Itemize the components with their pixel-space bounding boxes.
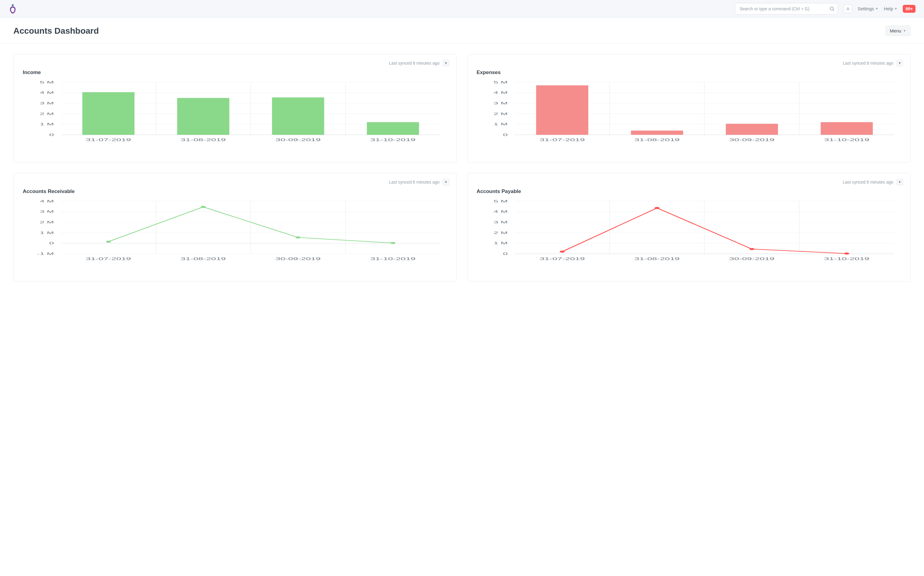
card-title: Income xyxy=(23,69,447,75)
svg-text:31-08-2019: 31-08-2019 xyxy=(634,138,680,142)
svg-text:1 M: 1 M xyxy=(40,122,54,126)
svg-point-68 xyxy=(201,206,205,208)
svg-text:31-08-2019: 31-08-2019 xyxy=(181,257,226,261)
sync-status: Last synced 8 minutes ago xyxy=(389,61,440,66)
svg-rect-22 xyxy=(367,122,419,135)
svg-point-92 xyxy=(655,207,659,209)
svg-rect-46 xyxy=(821,122,873,135)
caret-down-icon: ▼ xyxy=(898,62,901,65)
svg-point-69 xyxy=(296,237,301,238)
dashboard-grid: Last synced 8 minutes ago ▼ Income 01 M2… xyxy=(0,44,924,292)
dashboard-menu-button[interactable]: Menu ▼ xyxy=(886,26,911,36)
settings-menu[interactable]: Settings ▼ xyxy=(858,6,878,11)
svg-line-2 xyxy=(833,10,834,11)
svg-point-67 xyxy=(106,241,111,243)
chart-accounts-receivable: -1 M01 M2 M3 M4 M31-07-201931-08-201930-… xyxy=(23,199,447,263)
top-navbar: A Settings ▼ Help ▼ 99+ xyxy=(0,0,924,18)
svg-point-70 xyxy=(390,242,395,244)
svg-text:1 M: 1 M xyxy=(493,241,508,245)
svg-text:5 M: 5 M xyxy=(493,80,508,84)
help-menu[interactable]: Help ▼ xyxy=(884,6,897,11)
svg-text:31-07-2019: 31-07-2019 xyxy=(86,138,131,142)
card-expenses: Last synced 8 minutes ago ▼ Expenses 01 … xyxy=(467,54,911,163)
card-accounts-payable: Last synced 6 minutes ago ▼ Accounts Pay… xyxy=(467,173,911,282)
card-options-button[interactable]: ▼ xyxy=(897,179,903,186)
svg-rect-45 xyxy=(726,124,778,135)
svg-point-91 xyxy=(560,251,565,253)
svg-rect-43 xyxy=(536,85,588,135)
svg-text:2 M: 2 M xyxy=(40,220,54,224)
svg-text:1 M: 1 M xyxy=(40,230,54,235)
notifications-badge[interactable]: 99+ xyxy=(903,5,916,13)
menu-label: Menu xyxy=(890,28,902,34)
svg-text:0: 0 xyxy=(49,133,54,137)
card-title: Expenses xyxy=(477,69,901,75)
svg-text:2 M: 2 M xyxy=(40,112,54,116)
global-search xyxy=(735,3,838,14)
svg-text:4 M: 4 M xyxy=(40,199,54,203)
chart-expenses: 01 M2 M3 M4 M5 M31-07-201931-08-201930-0… xyxy=(477,80,901,144)
caret-down-icon: ▼ xyxy=(445,181,447,184)
svg-text:1 M: 1 M xyxy=(493,122,508,126)
search-input[interactable] xyxy=(735,3,838,14)
notifications-count: 99+ xyxy=(905,6,913,11)
svg-text:31-07-2019: 31-07-2019 xyxy=(86,257,131,261)
svg-text:31-10-2019: 31-10-2019 xyxy=(370,257,416,261)
svg-text:31-10-2019: 31-10-2019 xyxy=(824,138,870,142)
caret-down-icon: ▼ xyxy=(445,62,447,65)
card-income: Last synced 8 minutes ago ▼ Income 01 M2… xyxy=(13,54,457,163)
svg-text:4 M: 4 M xyxy=(493,91,508,95)
svg-text:0: 0 xyxy=(49,241,54,245)
chart-accounts-payable: 01 M2 M3 M4 M5 M31-07-201931-08-201930-0… xyxy=(477,199,901,263)
svg-text:31-10-2019: 31-10-2019 xyxy=(370,138,416,142)
search-icon xyxy=(830,6,834,11)
caret-down-icon: ▼ xyxy=(898,181,901,184)
svg-text:30-09-2019: 30-09-2019 xyxy=(275,257,321,261)
svg-text:30-09-2019: 30-09-2019 xyxy=(275,138,321,142)
svg-text:0: 0 xyxy=(503,252,508,256)
svg-text:5 M: 5 M xyxy=(40,80,54,84)
svg-rect-19 xyxy=(82,92,135,135)
svg-text:3 M: 3 M xyxy=(40,101,54,105)
svg-text:3 M: 3 M xyxy=(493,220,508,224)
caret-down-icon: ▼ xyxy=(903,29,906,32)
help-label: Help xyxy=(884,6,893,11)
avatar-letter: A xyxy=(847,6,849,11)
sync-status: Last synced 8 minutes ago xyxy=(842,61,894,66)
svg-text:31-10-2019: 31-10-2019 xyxy=(824,257,870,261)
card-title: Accounts Receivable xyxy=(23,189,447,195)
chart-income: 01 M2 M3 M4 M5 M31-07-201931-08-201930-0… xyxy=(23,80,447,144)
svg-text:31-08-2019: 31-08-2019 xyxy=(634,257,680,261)
svg-rect-44 xyxy=(631,131,683,135)
svg-text:3 M: 3 M xyxy=(493,101,508,105)
svg-text:31-08-2019: 31-08-2019 xyxy=(181,138,226,142)
svg-text:5 M: 5 M xyxy=(493,199,508,203)
card-title: Accounts Payable xyxy=(477,189,901,195)
caret-down-icon: ▼ xyxy=(894,7,897,10)
svg-rect-21 xyxy=(272,98,324,135)
svg-rect-20 xyxy=(177,98,229,135)
svg-point-94 xyxy=(844,253,849,254)
svg-text:-1 M: -1 M xyxy=(37,252,54,256)
svg-text:3 M: 3 M xyxy=(40,210,54,214)
avatar-button[interactable]: A xyxy=(844,5,852,13)
svg-text:4 M: 4 M xyxy=(493,210,508,214)
svg-text:31-07-2019: 31-07-2019 xyxy=(540,257,585,261)
svg-text:2 M: 2 M xyxy=(493,112,508,116)
caret-down-icon: ▼ xyxy=(876,7,879,10)
page-header: Accounts Dashboard Menu ▼ xyxy=(0,18,924,44)
sync-status: Last synced 6 minutes ago xyxy=(389,180,440,184)
svg-text:4 M: 4 M xyxy=(40,91,54,95)
card-options-button[interactable]: ▼ xyxy=(443,179,449,186)
svg-text:30-09-2019: 30-09-2019 xyxy=(729,257,775,261)
svg-text:2 M: 2 M xyxy=(493,230,508,235)
app-logo[interactable] xyxy=(8,3,18,14)
sync-status: Last synced 6 minutes ago xyxy=(842,180,894,184)
svg-text:31-07-2019: 31-07-2019 xyxy=(540,138,585,142)
card-accounts-receivable: Last synced 6 minutes ago ▼ Accounts Rec… xyxy=(13,173,457,282)
card-options-button[interactable]: ▼ xyxy=(443,60,449,66)
svg-point-93 xyxy=(749,248,754,250)
svg-point-1 xyxy=(830,7,833,10)
svg-text:30-09-2019: 30-09-2019 xyxy=(729,138,775,142)
card-options-button[interactable]: ▼ xyxy=(897,60,903,66)
